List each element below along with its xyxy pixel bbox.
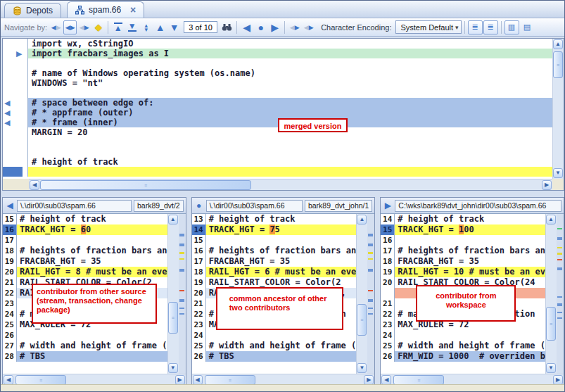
code-line[interactable]: 17 [3,235,167,246]
vertical-scroll-thumb[interactable]: ≡ [168,302,178,334]
left-merge-arrow-icon[interactable]: ◀ [4,98,10,108]
scroll-left-button[interactable]: ◀ [193,375,203,385]
scroll-up-button[interactable]: ▲ [168,215,178,225]
code-line[interactable]: 18# heights of fraction bars and [3,246,167,256]
layout-side-by-side-button[interactable]: ▥ [504,20,519,34]
scroll-down-button[interactable]: ▼ [546,363,556,373]
first-diff-button[interactable]: ▲ [111,20,125,34]
code-line[interactable] [3,167,552,177]
left-merge-arrow-icon[interactable]: ◀ [4,108,10,118]
prev-diff-button[interactable]: ▲ [153,20,167,34]
code-line[interactable]: 25# width and height of frame ( [192,341,357,351]
code-line[interactable]: 25# width and height of frame (o [381,341,545,351]
line-numbers-merged-button[interactable]: ≣ [468,20,483,34]
code-line[interactable]: 19RAIL_START_COLOR = Color(2 [192,277,357,288]
vertical-scrollbar[interactable]: ▲≡▼ [545,214,557,374]
code-line[interactable]: 19RAIL_HGT = 10 # must be an even [381,267,545,277]
scroll-down-button[interactable]: ▼ [553,168,563,178]
vertical-scrollbar[interactable]: ▲≡▼ [356,214,367,374]
nav-mode-conflict-button[interactable]: ◆ [91,20,105,34]
nav-mode-right-button[interactable]: ◀▶ [77,20,91,34]
scroll-down-button[interactable]: ▼ [168,363,178,373]
code-line[interactable]: 15 [192,235,357,246]
code-line[interactable] [3,147,552,157]
center-diff-button[interactable]: ▴▾ [139,20,153,34]
horizontal-scroll-thumb[interactable]: ≡ [205,375,255,385]
horizontal-scrollbar[interactable]: ◀≡▶ [29,179,552,190]
code-line[interactable] [3,88,552,98]
left-arrow-icon[interactable]: ◀ [5,201,15,210]
code-line[interactable]: 24 [381,330,545,341]
pane-version-field[interactable]: bark89_dvt_john/1 [305,200,372,212]
horizontal-scrollbar[interactable]: ◀≡▶ [192,374,375,385]
code-line[interactable] [3,137,552,147]
code-line[interactable]: WINDOWS = "nt" [3,78,552,88]
code-line[interactable]: 26# TBS [192,351,357,362]
code-line[interactable] [3,58,552,68]
pane-path-field[interactable]: C:\wks\bark89\dvt_john\dir00\sub03\spam.… [395,200,561,212]
pane-path-field[interactable]: \.\dir00\sub03\spam.66 [17,200,132,212]
take-right-button[interactable]: ▶ [268,20,281,34]
code-line[interactable]: 18FRACBAR_HGT = 35 [381,256,545,267]
diff-counter-input[interactable] [184,21,217,33]
code-line[interactable]: 27# width and height of frame ( [3,341,167,351]
last-diff-button[interactable]: ▼ [125,20,139,34]
code-line[interactable]: import wx, cStringIO [3,39,552,49]
scroll-left-button[interactable]: ◀ [4,375,13,385]
vertical-scroll-thumb[interactable]: ≡ [357,304,367,336]
left-merge-arrow-icon[interactable]: ◀ [4,118,10,127]
pane-version-field[interactable]: bark89_dvt/2 [134,200,184,212]
find-button[interactable] [220,20,234,34]
horizontal-scrollbar[interactable]: ◀≡▶ [381,374,564,385]
layout-over-under-button[interactable]: ▤ [520,20,535,34]
scroll-right-button[interactable]: ▶ [175,375,185,385]
horizontal-scroll-thumb[interactable]: ≡ [393,375,444,385]
scroll-up-button[interactable]: ▲ [553,39,563,49]
code-line[interactable]: 14TRACK_HGT = 75 [192,225,357,235]
scroll-right-button[interactable]: ▶ [553,375,563,385]
encoding-select[interactable]: System Default ▾ [395,20,461,34]
code-line[interactable]: 14# height of track [381,214,545,225]
nav-mode-left-button[interactable]: ◀▶ [49,20,63,34]
scroll-right-button[interactable]: ▶ [542,180,552,190]
code-line[interactable]: 17FRACBAR_HGT = 35 [192,256,357,267]
pane-path-field[interactable]: \.\dir00\sub03\spam.66 [206,200,303,212]
scroll-up-button[interactable]: ▲ [357,215,367,225]
code-line[interactable]: 20RAIL_HGT = 8 # must be an even [3,267,167,277]
horizontal-scroll-thumb[interactable]: ≡ [40,180,251,190]
code-line[interactable]: ▶import fracbars_images as I [3,49,552,58]
tab-spam66[interactable]: spam.66 × [67,1,144,18]
vertical-scrollbar[interactable]: ▲≡▼ [552,39,564,179]
code-line[interactable]: 19FRACBAR_HGT = 35 [3,256,167,267]
code-line[interactable]: 26 [3,330,167,341]
code-line[interactable]: 15# height of track [3,214,167,225]
nav-mode-both-button[interactable]: ◀▶ [63,20,77,34]
merged-editor[interactable]: import wx, cStringIO▶import fracbars_ima… [3,39,552,179]
vertical-scroll-thumb[interactable]: ≡ [553,51,563,78]
code-line[interactable]: 26FRM_WID = 1000 # overriden by [381,351,545,362]
code-line[interactable]: 15TRACK_HGT = 100 [381,225,545,235]
right-merge-arrow-icon[interactable]: ▶ [16,49,22,58]
code-line[interactable]: 17# heights of fraction bars and [381,246,545,256]
code-line[interactable]: ◀# * appframe (outer) [3,108,552,118]
code-line[interactable]: # name of Windows operating system (os.n… [3,68,552,78]
right-arrow-icon[interactable]: ▶ [383,201,393,210]
align-left-button[interactable]: ◀▶ [288,20,301,34]
ancestor-circle-icon[interactable]: ● [194,201,204,210]
code-line[interactable]: 24 [192,330,357,341]
scroll-left-button[interactable]: ◀ [30,180,39,190]
horizontal-scrollbar[interactable]: ◀≡▶ [3,374,186,385]
take-left-button[interactable]: ◀ [240,20,253,34]
align-right-button[interactable]: ◀▶ [302,20,315,34]
code-line[interactable]: # height of track [3,157,552,167]
code-line[interactable]: 18RAIL_HGT = 6 # must be an even [192,267,357,277]
close-icon[interactable]: × [130,6,136,14]
code-line[interactable]: ◀# space between edge of: [3,98,552,108]
code-line[interactable]: 16# heights of fraction bars and [192,246,357,256]
scroll-right-button[interactable]: ▶ [364,375,374,385]
code-line[interactable]: 16 [381,235,545,246]
scroll-down-button[interactable]: ▼ [357,363,367,373]
code-line[interactable]: 13# height of track [192,214,357,225]
scroll-up-button[interactable]: ▲ [546,215,556,225]
tab-depots[interactable]: Depots [4,3,61,18]
